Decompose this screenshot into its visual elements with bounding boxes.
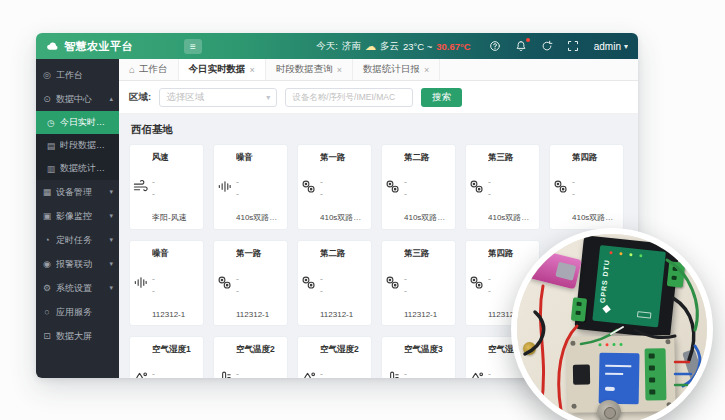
sensor-value: - [404,370,450,379]
tab-workbench[interactable]: ⌂ 工作台 [119,59,179,80]
home-icon: ⌂ [129,64,135,75]
region-label: 区域: [129,91,151,104]
sensor-card-air-temperature-2[interactable]: 空气温度2 -- 数据点多-10 [213,336,288,378]
user-menu[interactable]: admin ▾ [594,41,628,52]
chevron-down-icon: ▾ [266,93,270,102]
sensor-card-channel-2[interactable]: 第二路 -- 410s双路测试-1 [381,144,456,230]
sidebar-item-data-center[interactable]: ⊙ 数据中心 ▴ [36,87,119,111]
wind-icon [133,179,148,194]
hardware-photo-overlay: GPRS DTU [511,228,713,420]
sensor-card-air-humidity-2[interactable]: 空气湿度2 -- 数据点多-10 [297,336,372,378]
sensor-value: - [320,370,366,379]
sensor-value: - [152,275,198,284]
sensor-card-channel-3[interactable]: 第三路 -- 410s双路测试-1 [465,144,540,230]
sidebar-item-alarm-linkage[interactable]: ◉ 报警联动 ▾ [36,252,119,276]
chevron-down-icon: ▾ [109,212,113,220]
sidebar: ◎ 工作台 ⊙ 数据中心 ▴ ◷ 今日实时数据 ▤ 时段数据查询 [36,59,119,378]
humidity-icon [301,371,316,378]
relay-icon [217,275,232,290]
humidity-icon [133,371,148,378]
relay-icon [385,275,400,290]
tab-daily-statistics-report[interactable]: 数据统计日报 × [353,59,440,80]
sensor-value: - [236,178,282,187]
fullscreen-icon[interactable] [567,40,580,53]
weather-today-label: 今天: [316,40,338,53]
sidebar-item-workbench[interactable]: ◎ 工作台 [36,63,119,87]
filter-bar: 区域: 选择区域 ▾ 搜索 [119,81,638,114]
help-icon[interactable] [489,40,502,53]
sensor-time: - [236,190,282,199]
service-icon: ○ [42,307,52,317]
sensor-card-channel-1[interactable]: 第一路 -- 410s双路测试-1 [297,144,372,230]
device-search-input[interactable] [285,88,413,107]
sensor-value: - [572,178,618,187]
sensor-card-channel-2[interactable]: 第二路 -- 112312-1 [297,240,372,326]
tab-period-data-query[interactable]: 时段数据查询 × [266,59,353,80]
sidebar-item-period-data-query[interactable]: ▤ 时段数据查询 [36,134,119,157]
refresh-icon[interactable] [541,40,554,53]
device-name: 410s双路测试-1 [236,212,282,223]
device-name: 112312-1 [404,310,450,319]
camera-icon: ▣ [42,211,52,221]
base-section-title: 西佰基地 [131,123,628,137]
chevron-down-icon: ▾ [109,260,113,268]
sidebar-item-data-big-screen[interactable]: ⊡ 数据大屏 [36,324,119,348]
device-name: 410s双路测试-1 [488,212,534,223]
weather-temp-high: 30.67°C [436,41,470,52]
sensor-value: - [488,178,534,187]
tab-today-realtime-data[interactable]: 今日实时数据 × [179,59,266,80]
relay-icon [385,179,400,194]
timer-icon: ◔ [42,235,52,245]
noise-icon [217,179,232,194]
sidebar-submenu-data-center: ◷ 今日实时数据 ▤ 时段数据查询 ▥ 数据统计日报 [36,111,119,180]
sensor-value: - [404,178,450,187]
close-icon[interactable]: × [424,65,429,75]
notification-badge [526,38,530,42]
device-grid-icon: ▦ [42,187,52,197]
sensor-card-noise[interactable]: 噪音 -- 410s双路测试-1 [213,144,288,230]
sensor-card-air-temperature-3[interactable]: 空气温度3 -- 数据点多-10 [381,336,456,378]
app-title: 智慧农业平台 [64,39,133,54]
sensor-card-noise[interactable]: 噪音 -- 112312-1 [129,240,204,326]
sensor-value: - [152,178,198,187]
sensor-card-air-humidity-1[interactable]: 空气湿度1 -- 数据点多-10 [129,336,204,378]
app-header: 智慧农业平台 ≡ 今天: 济南 ☁ 多云 23°C ~ 30.67°C admi… [36,33,638,59]
card-row: 风速 -- 李阳-风速 噪音 -- 410s双路测试-1 第一路 [129,144,628,230]
chevron-down-icon: ▾ [109,188,113,196]
sensor-time: - [236,287,282,296]
app-logo: 智慧农业平台 [46,39,184,54]
close-icon[interactable]: × [337,65,342,75]
page: 智慧农业平台 ≡ 今天: 济南 ☁ 多云 23°C ~ 30.67°C admi… [0,0,725,420]
sidebar-item-daily-statistics-report[interactable]: ▥ 数据统计日报 [36,157,119,180]
sidebar-item-scheduled-tasks[interactable]: ◔ 定时任务 ▾ [36,228,119,252]
sidebar-item-system-settings[interactable]: ⚙ 系统设置 ▾ [36,276,119,300]
sensor-value: - [236,275,282,284]
humidity-icon [469,371,484,378]
sensor-value: - [236,370,282,379]
chevron-up-icon: ▴ [109,95,113,103]
sensor-card-channel-3[interactable]: 第三路 -- 112312-1 [381,240,456,326]
temperature-icon [217,371,232,378]
weather-cloud-icon: ☁ [365,41,376,52]
sensor-card-channel-1[interactable]: 第一路 -- 112312-1 [213,240,288,326]
device-name: 112312-1 [152,310,198,319]
cloud-logo-icon [46,40,59,53]
big-screen-icon: ⊡ [42,331,52,341]
device-name: 410s双路测试-1 [572,212,618,223]
sidebar-item-video-monitoring[interactable]: ▣ 影像监控 ▾ [36,204,119,228]
sensor-card-wind-speed[interactable]: 风速 -- 李阳-风速 [129,144,204,230]
sensor-time: - [404,190,450,199]
clock-icon: ◷ [46,118,56,128]
search-button[interactable]: 搜索 [421,88,462,107]
region-select[interactable]: 选择区域 ▾ [159,88,277,107]
close-icon[interactable]: × [250,65,255,75]
sensor-time: - [320,287,366,296]
sidebar-collapse-button[interactable]: ≡ [184,39,202,54]
report-icon: ▥ [46,164,56,174]
sidebar-item-today-realtime-data[interactable]: ◷ 今日实时数据 [36,111,119,134]
notification-bell-icon[interactable] [515,40,528,53]
sensor-card-channel-4[interactable]: 第四路 -- 410s双路测试-1 [549,144,624,230]
noise-icon [133,275,148,290]
sidebar-item-app-services[interactable]: ○ 应用服务 [36,300,119,324]
sidebar-item-device-management[interactable]: ▦ 设备管理 ▾ [36,180,119,204]
